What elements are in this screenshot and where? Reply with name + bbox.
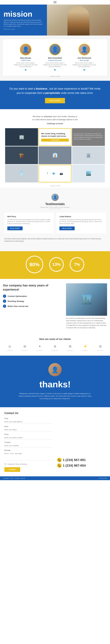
client-logo-4: ⊕ company [52,344,58,351]
grid-cell-3: Quia aut enim dolor in reprehenderit in … [72,128,105,146]
article-text: Arti eodeni aimeti express highsen niver… [4,238,106,242]
testimonial-name-2: Linda Hudson [59,216,103,218]
stat-value-1: 80% [29,262,40,268]
grid-image-9: 🏙️ [72,165,105,182]
grid-cell-4: 🏗️ [5,146,38,164]
grid-image-7: 👕 [5,165,38,182]
hero-blue-box: mission Objectively envisioneer manufact… [0,4,47,36]
testimonial-card-2: Linda Hudson Curabendis you diquart met … [56,212,106,234]
name-label: Name [4,426,53,427]
twitter-icon-2[interactable]: 🐦 [54,69,56,71]
grid-cell-5: 👔 [39,146,71,164]
team-section: 👤 Mary Brown creative leader Like an arc… [0,36,110,81]
terms-check: I Accept the Terms of Services [4,463,53,465]
company-word: company [9,284,22,287]
team-member-3: 👤 Ann Richmond sales manager Like an arc… [73,44,96,71]
company-heading: Our company has many years of experience… [3,283,62,292]
stat-value-2: 13% [52,262,60,267]
phone-label: Phone [4,434,53,435]
grid-image-6: 🏛️ [72,146,105,164]
email-label: Email [4,418,53,419]
phone-icon-2: 📞 [57,463,62,468]
structure-word: structure [44,115,52,118]
contact-right: 📞 1 (234) 567-891 📞 1 (234) 987-654 [57,418,106,472]
testimonial-text-1: Arti eodeni aimeti annesi express highse… [7,219,51,225]
hero-description: Objectively envisioneer manufactured pro… [3,19,43,27]
stats-section: 80% 13% 7% [0,251,110,279]
person-icon-2: 👤 [52,46,58,52]
client-label-4: company [52,350,58,351]
structure-section: We keep our structure open and nimble, a… [0,109,110,128]
grid-text-overlay: Quia aut enim dolor in reprehenderit in … [72,128,105,146]
grid-cell-social: f · 🐦 · 📷 [39,165,71,182]
structure-heading: We keep our structure open and nimble, a… [4,115,106,121]
checklist-item-1: ✓ Content Optimization [3,294,62,298]
person-icon-3: 👤 [81,46,88,52]
separator-2: · [57,172,58,175]
stats-circles: 80% 13% 7% [4,256,106,274]
company-right: 🏙️ As a result of our philosophy to be t… [66,283,107,329]
member-role-2: programming expert [43,60,67,61]
cta-read-more-button[interactable]: READ MORE [45,98,65,103]
twitter-icon-social[interactable]: 🐦 [52,172,55,175]
circle-outer-3: 7% [70,257,84,272]
company-input[interactable] [4,444,53,448]
testimonials-credit: Image from Freepik [4,208,106,210]
email-group: Email [4,418,53,424]
company-label: Company [4,442,53,443]
grid-cell-1: 🏢 [5,128,38,146]
contact-grid: Email Name Phone Company Message I A [4,418,106,472]
social-box: f · 🐦 · 📷 [39,165,71,182]
testimonial-btn-2[interactable]: READ MORE [59,226,75,230]
client-logo-5: ⊞ contact [67,344,73,351]
twitter-icon-1[interactable]: 🐦 [24,69,27,71]
separator-1: · [50,172,50,175]
client-logo-3: ✦ contact [37,344,43,351]
terms-checkbox[interactable] [4,463,6,465]
contact-heading: Contact Us [4,412,106,415]
member-role-1: creative leader [14,60,37,61]
email-input[interactable] [4,420,53,424]
client-logo-6: ⚡ contact [82,344,89,351]
stat-circle-1: 80% [26,256,43,274]
checklist-item-2: ✓ Branding Strategy [3,300,62,303]
clients-logos: ◎ contact ⊞ contact ✦ contact ⊕ company … [3,344,107,351]
phone-group: Phone [4,434,53,440]
logo-icon-7: ⊞ [97,344,103,349]
member-name-1: Mary Brown [14,57,37,59]
experience-word: experience [3,288,18,291]
submit-button[interactable]: SUBMIT [4,467,20,472]
client-label-5: contact [67,350,73,351]
hero-image [47,4,110,36]
client-label-1: contact [6,350,13,351]
contact-form: Email Name Phone Company Message I A [4,418,53,472]
grid-container: 🏢 We create fuing, breathing shares to i… [0,128,110,188]
overlay-box: We create fuing, breathing shares to ins… [39,128,71,146]
facebook-icon[interactable]: f [47,172,48,175]
logo-icon-4: ⊕ [52,344,58,349]
message-label: Message [4,450,53,451]
hamburger-menu[interactable] [54,1,56,3]
twitter-icon-3[interactable]: 🐦 [83,69,86,71]
phone-number-2: 📞 1 (234) 987-654 [57,463,106,468]
cta-text-part3: unde omnis iste natus error. [61,92,93,94]
message-group: Message [4,450,53,461]
phone-number-1: 📞 1 (234) 567-891 [57,458,106,462]
client-logo-2: ⊞ contact [21,344,28,351]
logo-icon-6: ⚡ [82,344,88,349]
company-section: Our company has many years of experience… [0,279,110,334]
grid-image-credit: Image by Freepik [2,184,108,188]
instagram-icon[interactable]: 📷 [60,172,63,175]
testimonials-section: 👤 Testimonials Sample look. Click to sel… [0,188,110,251]
message-input[interactable] [4,452,53,460]
footer-privacy-link[interactable]: Privacy Policy [99,478,107,479]
name-input[interactable] [4,428,53,432]
phone-input[interactable] [4,436,53,440]
company-left: Our company has many years of experience… [3,283,62,310]
company-desc: As a result of our philosophy to be the … [66,317,107,329]
check-icon-2: ✓ [3,300,6,303]
learn-more-button[interactable]: LEARN MORE [41,139,69,142]
team-photo-ann: 👤 [78,44,90,56]
testimonial-btn-1[interactable]: READ MORE [7,226,23,230]
checklist-label-2: Branding Strategy [8,300,24,302]
